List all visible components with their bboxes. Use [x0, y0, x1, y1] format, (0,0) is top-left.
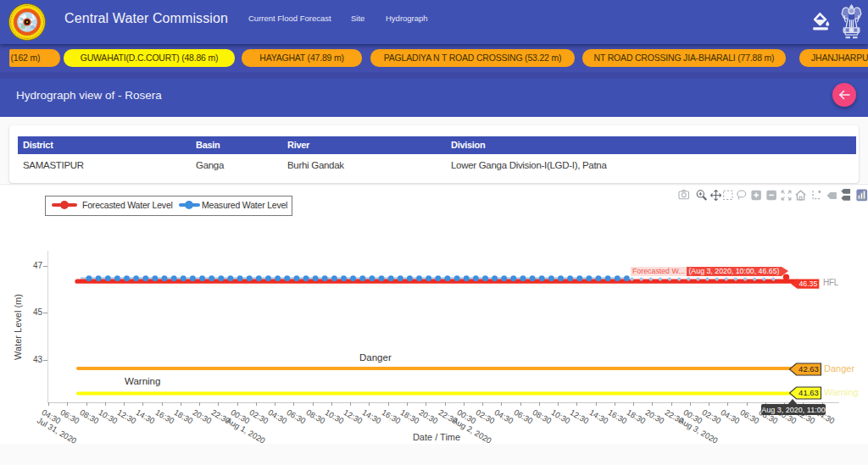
svg-text:42.63: 42.63	[798, 364, 819, 374]
svg-text:41.63: 41.63	[798, 388, 819, 397]
svg-text:46.35: 46.35	[798, 280, 817, 288]
